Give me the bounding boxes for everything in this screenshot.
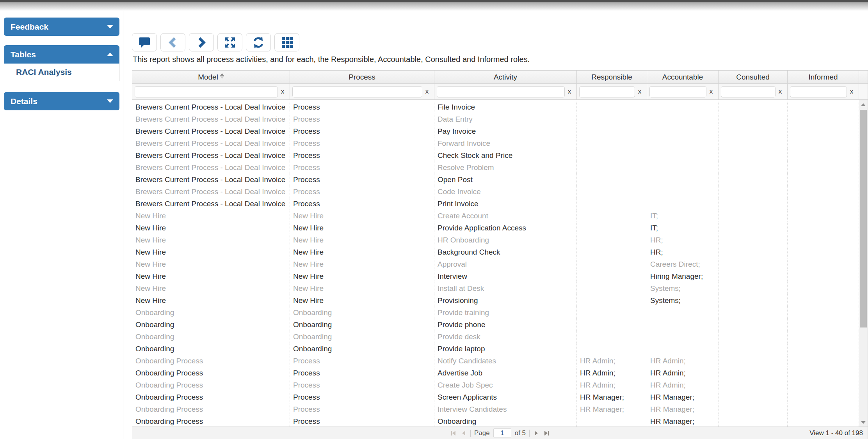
table-row[interactable]: Onboarding Process Process Notify Candid… xyxy=(132,355,868,367)
filter-input-responsible[interactable] xyxy=(579,86,635,97)
table-row[interactable]: Brewers Current Process - Local Deal Inv… xyxy=(132,186,868,198)
cell-consulted xyxy=(719,379,788,391)
table-row[interactable]: New Hire New Hire Interview Hiring Manag… xyxy=(132,270,868,282)
cell-process: Onboarding xyxy=(290,331,434,343)
table-row[interactable]: Brewers Current Process - Local Deal Inv… xyxy=(132,198,868,210)
pager-next-button[interactable] xyxy=(533,431,539,435)
table-row[interactable]: Brewers Current Process - Local Deal Inv… xyxy=(132,161,868,173)
cell-consulted xyxy=(719,210,788,222)
filter-input-activity[interactable] xyxy=(437,86,565,97)
filter-clear-informed[interactable]: x xyxy=(847,88,856,96)
cell-activity: Install at Desk xyxy=(434,282,577,294)
vertical-scrollbar[interactable] xyxy=(859,100,868,427)
cell-responsible xyxy=(577,137,647,149)
cell-model: Brewers Current Process - Local Deal Inv… xyxy=(132,173,290,186)
cell-responsible xyxy=(577,234,647,246)
filter-cell-model: x xyxy=(132,84,290,99)
cell-activity: Provide training xyxy=(434,306,577,319)
column-header-process[interactable]: Process xyxy=(290,71,434,83)
column-header-responsible[interactable]: Responsible xyxy=(577,71,647,83)
filter-input-process[interactable] xyxy=(292,86,422,97)
table-row[interactable]: Onboarding Process Process Interview Can… xyxy=(132,403,868,415)
cell-informed xyxy=(788,210,859,222)
table-row[interactable]: Brewers Current Process - Local Deal Inv… xyxy=(132,101,868,113)
previous-button[interactable] xyxy=(160,33,185,51)
filter-clear-model[interactable]: x xyxy=(278,88,287,96)
filter-clear-responsible[interactable]: x xyxy=(635,88,644,96)
filter-clear-accountable[interactable]: x xyxy=(706,88,716,96)
prev-page-icon xyxy=(462,431,465,435)
table-row[interactable]: Brewers Current Process - Local Deal Inv… xyxy=(132,173,868,186)
pager-prev-button[interactable] xyxy=(461,431,467,435)
cell-accountable xyxy=(647,331,719,343)
table-row[interactable]: Onboarding Onboarding Provide desk xyxy=(132,331,868,343)
table-row[interactable]: Brewers Current Process - Local Deal Inv… xyxy=(132,149,868,161)
table-row[interactable]: Brewers Current Process - Local Deal Inv… xyxy=(132,125,868,137)
sidebar-item-label: RACI Analysis xyxy=(16,67,72,77)
scroll-up-button[interactable] xyxy=(859,100,868,109)
cell-responsible xyxy=(577,149,647,161)
scroll-down-button[interactable] xyxy=(859,418,868,427)
cell-informed xyxy=(788,198,859,210)
column-header-informed[interactable]: Informed xyxy=(788,71,859,83)
table-row[interactable]: Onboarding Onboarding Provide phone xyxy=(132,319,868,331)
cell-model: Brewers Current Process - Local Deal Inv… xyxy=(132,186,290,198)
column-header-activity[interactable]: Activity xyxy=(434,71,577,83)
column-header-model[interactable]: Model xyxy=(132,71,290,83)
table-row[interactable]: New Hire New Hire Approval Careers Direc… xyxy=(132,258,868,270)
filter-input-accountable[interactable] xyxy=(649,86,706,97)
table-row[interactable]: New Hire New Hire Background Check HR; xyxy=(132,246,868,258)
next-button[interactable] xyxy=(189,33,214,51)
cell-informed xyxy=(788,403,859,415)
table-row[interactable]: New Hire New Hire Install at Desk System… xyxy=(132,282,868,294)
cell-informed xyxy=(788,294,859,306)
filter-clear-process[interactable]: x xyxy=(422,88,432,96)
table-row[interactable]: Onboarding Process Process Create Job Sp… xyxy=(132,379,868,391)
cell-consulted xyxy=(719,173,788,186)
filter-clear-consulted[interactable]: x xyxy=(776,88,785,96)
table-row[interactable]: Onboarding Process Process Advertise Job… xyxy=(132,367,868,379)
table-row[interactable]: Onboarding Onboarding Provide training xyxy=(132,306,868,319)
column-header-accountable[interactable]: Accountable xyxy=(647,71,719,83)
filter-cell-consulted: x xyxy=(719,84,788,99)
cell-informed xyxy=(788,149,859,161)
tables-panel-header[interactable]: Tables xyxy=(4,45,119,64)
column-header-consulted[interactable]: Consulted xyxy=(719,71,788,83)
chevron-right-icon xyxy=(196,36,207,49)
cell-process: New Hire xyxy=(290,222,434,234)
filter-clear-activity[interactable]: x xyxy=(565,88,574,96)
filter-input-model[interactable] xyxy=(135,86,278,97)
table-row[interactable]: New Hire New Hire HR Onboarding HR; xyxy=(132,234,868,246)
expand-button[interactable] xyxy=(217,33,242,51)
table-row[interactable]: Onboarding Onboarding Provide laptop xyxy=(132,343,868,355)
table-row[interactable]: New Hire New Hire Create Account IT; xyxy=(132,210,868,222)
cell-process: Onboarding xyxy=(290,306,434,319)
cell-model: Brewers Current Process - Local Deal Inv… xyxy=(132,137,290,149)
feedback-panel-header[interactable]: Feedback xyxy=(4,18,119,36)
pager-first-button[interactable] xyxy=(450,431,457,435)
refresh-button[interactable] xyxy=(246,33,271,51)
pager-separator xyxy=(529,430,530,437)
table-row[interactable]: New Hire New Hire Provisioning Systems; xyxy=(132,294,868,306)
table-row[interactable]: Onboarding Process Process Screen Applic… xyxy=(132,391,868,403)
comment-button[interactable] xyxy=(132,33,157,51)
cell-activity: Check Stock and Price xyxy=(434,149,577,161)
chevron-down-icon xyxy=(107,99,113,103)
scrollbar-thumb[interactable] xyxy=(860,110,867,327)
cell-model: Onboarding xyxy=(132,306,290,319)
sidebar-item-raci-analysis[interactable]: RACI Analysis xyxy=(4,64,119,81)
table-row[interactable]: New Hire New Hire Provide Application Ac… xyxy=(132,222,868,234)
page-number-input[interactable] xyxy=(493,428,511,437)
cell-accountable: HR Admin; xyxy=(647,367,719,379)
cell-process: Process xyxy=(290,391,434,403)
cell-process: Process xyxy=(290,415,434,427)
filter-input-informed[interactable] xyxy=(790,86,847,97)
grid-view-button[interactable] xyxy=(274,33,299,51)
table-row[interactable]: Onboarding Process Process Onboarding HR… xyxy=(132,415,868,427)
table-row[interactable]: Brewers Current Process - Local Deal Inv… xyxy=(132,137,868,149)
pager-last-button[interactable] xyxy=(543,431,550,435)
filter-input-consulted[interactable] xyxy=(721,86,776,97)
details-panel-header[interactable]: Details xyxy=(4,92,119,110)
table-row[interactable]: Brewers Current Process - Local Deal Inv… xyxy=(132,113,868,125)
cell-informed xyxy=(788,137,859,149)
